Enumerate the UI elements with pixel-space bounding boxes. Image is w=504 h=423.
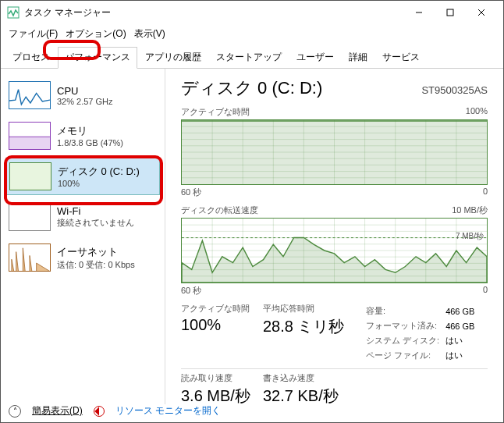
svg-rect-25 [182,120,487,184]
cpu-title: CPU [57,85,113,97]
resource-monitor-icon [94,406,105,417]
tab-app-history[interactable]: アプリの履歴 [138,47,208,68]
tab-services[interactable]: サービス [375,47,427,68]
sidebar-item-disk[interactable]: ディスク 0 (C: D:)100% [5,158,160,195]
tab-bar: プロセス パフォーマンス アプリの履歴 スタートアップ ユーザー 詳細 サービス [1,44,503,69]
svg-rect-5 [9,137,50,149]
chevron-up-icon[interactable]: ˄ [9,405,21,418]
chart1-label: アクティブな時間 [181,106,250,118]
sidebar-item-cpu[interactable]: CPU32% 2.57 GHz [5,76,160,114]
stat-active-time-label: アクティブな時間 [181,303,255,315]
footer: ˄ 簡易表示(D) リソース モニターを開く [9,404,221,418]
chart2-max: 10 MB/秒 [452,204,488,216]
menu-bar: ファイル(F) オプション(O) 表示(V) [1,24,503,44]
stat-avg-response-value: 28.8 ミリ秒 [263,316,357,337]
main-panel: ディスク 0 (C: D:) ST9500325AS アクティブな時間 100%… [165,69,503,404]
disk-thumb-icon [9,162,51,190]
stat-write-speed-value: 32.7 KB/秒 [263,386,339,407]
stat-write-speed-label: 書き込み速度 [263,372,339,384]
ethernet-sub: 送信: 0 受信: 0 Kbps [57,259,135,271]
tab-details[interactable]: 詳細 [342,47,374,68]
sidebar-item-memory[interactable]: メモリ1.8/3.8 GB (47%) [5,117,160,155]
tab-startup[interactable]: スタートアップ [209,47,289,68]
chart2-label: ディスクの転送速度 [181,204,258,216]
ethernet-title: イーサネット [57,245,135,259]
disk-info-table: 容量:466 GB フォーマット済み:466 GB システム ディスク:はい ペ… [364,303,481,364]
window-title: タスク マネージャー [24,6,403,20]
stat-active-time-value: 100% [181,316,255,334]
disk-title: ディスク 0 (C: D:) [58,165,140,179]
maximize-button[interactable] [435,2,466,23]
page-title: ディスク 0 (C: D:) [181,76,322,100]
cpu-thumb-icon [9,81,51,109]
simple-view-link[interactable]: 簡易表示(D) [32,404,83,418]
tab-users[interactable]: ユーザー [289,47,341,68]
ethernet-thumb-icon [9,243,51,272]
menu-options[interactable]: オプション(O) [62,26,129,42]
memory-title: メモリ [57,124,123,138]
resource-monitor-link[interactable]: リソース モニターを開く [115,404,221,418]
chart-active-time [181,119,488,185]
memory-thumb-icon [9,122,51,150]
disk-sub: 100% [58,179,140,188]
stat-avg-response-label: 平均応答時間 [263,303,357,315]
stat-read-speed-label: 読み取り速度 [181,372,255,384]
wifi-sub: 接続されていません [57,217,134,229]
chart-transfer-speed: 7 MB/秒 [181,218,488,283]
sidebar-item-ethernet[interactable]: イーサネット送信: 0 受信: 0 Kbps [5,239,160,276]
sidebar: CPU32% 2.57 GHz メモリ1.8/3.8 GB (47%) ディスク… [1,69,165,404]
disk-model: ST9500325AS [421,84,488,96]
sidebar-item-wifi[interactable]: Wi-Fi接続されていません [5,198,160,236]
wifi-title: Wi-Fi [57,205,134,217]
cpu-sub: 32% 2.57 GHz [57,97,113,106]
wifi-thumb-icon [9,203,51,231]
close-button[interactable] [466,2,497,23]
chart1-max: 100% [466,106,488,118]
svg-rect-2 [447,9,453,16]
chart2-mid-label: 7 MB/秒 [456,231,484,242]
chart2-xright: 0 [483,285,488,297]
chart1-xleft: 60 秒 [181,187,201,198]
menu-file[interactable]: ファイル(F) [5,26,61,42]
title-bar: タスク マネージャー [1,1,503,24]
stat-read-speed-value: 3.6 MB/秒 [181,386,255,407]
app-icon [7,6,20,19]
minimize-button[interactable] [403,2,435,23]
tab-performance[interactable]: パフォーマンス [58,47,137,69]
memory-sub: 1.8/3.8 GB (47%) [57,138,123,148]
chart1-xright: 0 [483,187,488,198]
menu-view[interactable]: 表示(V) [131,26,169,42]
tab-processes[interactable]: プロセス [5,47,57,68]
chart2-xleft: 60 秒 [181,285,201,297]
